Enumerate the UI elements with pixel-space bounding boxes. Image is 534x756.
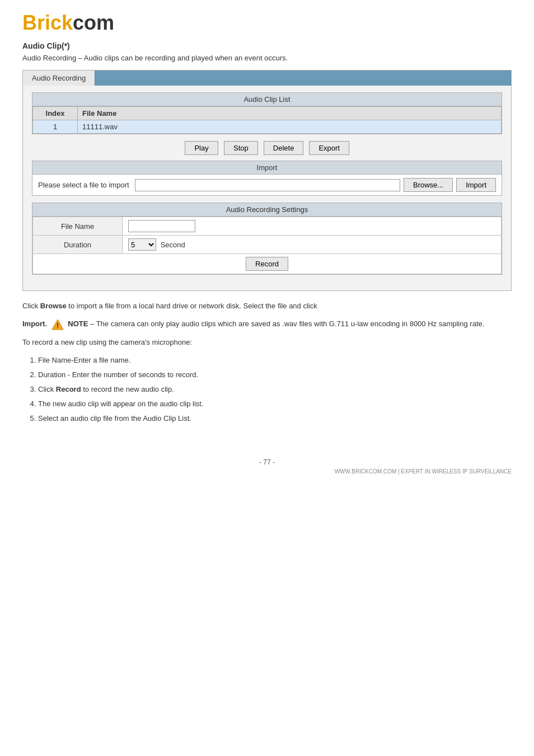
para-import: Import. ! NOTE – The camera can only pla… [22,318,512,331]
duration-select[interactable]: 5 10 15 20 30 [128,238,156,251]
para-record-intro: To record a new clip using the camera's … [22,336,512,349]
audio-clip-list-section: Audio Clip List Index File Name 1 11111.… [32,92,502,134]
recording-settings-header: Audio Recording Settings [32,203,502,217]
settings-table: File Name Duration 5 10 15 [32,217,502,274]
warning-icon: ! [51,318,64,331]
record-cell: Record [33,254,502,274]
para2-rest: – The camera can only play audio clips w… [88,320,484,328]
record-row: Record [33,254,502,274]
logo-com: com [73,11,114,34]
footer-right-text: WWW.BRICKCOM.COM | EXPERT IN WIRELESS IP… [22,468,512,475]
para-browse: Click Browse to import a file from a loc… [22,300,512,312]
body-text: Click Browse to import a file from a loc… [22,300,512,425]
page-title: Audio Clip(*) [22,41,512,50]
step-2: Duration - Enter the number of seconds t… [38,369,512,381]
import-section: Import Please select a file to import Br… [32,161,502,196]
record-button[interactable]: Record [246,257,288,271]
table-row[interactable]: 1 11111.wav [33,120,502,134]
step-1: File Name-Enter a file name. [38,354,512,367]
para1-middle: to import a file from a local hard drive… [67,302,317,310]
export-button[interactable]: Export [309,141,349,155]
duration-label: Duration [33,236,123,254]
para2-import: Import. [22,320,49,328]
para1-start: Click [22,302,40,310]
recording-settings-section: Audio Recording Settings File Name Durat… [32,203,502,275]
tab-empty [95,71,511,86]
step3-start: Click [38,385,56,393]
step-4: The new audio clip will appear on the au… [38,398,512,410]
stop-button[interactable]: Stop [224,141,258,155]
tab-container: Audio Recording Audio Clip List Index Fi… [22,70,512,291]
step-5: Select an audio clip file from the Audio… [38,412,512,425]
cell-index: 1 [33,120,78,134]
delete-button[interactable]: Delete [264,141,304,155]
filename-input[interactable] [128,220,195,232]
duration-unit: Second [161,241,185,249]
page-description: Audio Recording – Audio clips can be rec… [22,54,512,62]
audio-clip-list-header: Audio Clip List [32,93,502,106]
page-number: - 77 - [22,458,512,466]
import-body: Please select a file to import Browse...… [32,175,502,195]
steps-list: File Name-Enter a file name. Duration - … [38,354,512,425]
import-label: Please select a file to import [38,181,129,189]
import-file-input[interactable] [135,179,400,191]
step-3: Click Record to record the new audio cli… [38,383,512,396]
step3-bold: Record [56,385,81,393]
tab-content: Audio Clip List Index File Name 1 11111.… [23,86,511,290]
browse-button[interactable]: Browse... [404,178,453,192]
clip-action-buttons: Play Stop Delete Export [32,141,502,155]
duration-row: Duration 5 10 15 20 30 Second [33,236,502,254]
svg-text:!: ! [57,321,59,330]
clip-table: Index File Name 1 11111.wav [32,106,502,134]
tab-audio-recording[interactable]: Audio Recording [23,71,95,86]
filename-row: File Name [33,217,502,236]
duration-input-cell: 5 10 15 20 30 Second [123,236,502,254]
col-header-filename: File Name [78,107,502,120]
step3-end: to record the new audio clip. [81,385,174,393]
tab-bar: Audio Recording [23,71,511,86]
para1-browse-bold: Browse [40,302,67,310]
para2-note: NOTE [68,320,88,328]
logo: Brickcom [22,11,512,35]
cell-filename: 11111.wav [78,120,502,134]
import-header: Import [32,161,502,175]
recording-settings-body: File Name Duration 5 10 15 [32,217,502,274]
logo-brick: Brick [22,11,73,34]
filename-label: File Name [33,217,123,236]
col-header-index: Index [33,107,78,120]
footer-area: - 77 - WWW.BRICKCOM.COM | EXPERT IN WIRE… [22,458,512,475]
play-button[interactable]: Play [185,141,218,155]
filename-input-cell [123,217,502,236]
audio-clip-list-body: Index File Name 1 11111.wav [32,106,502,134]
import-button[interactable]: Import [456,178,496,192]
